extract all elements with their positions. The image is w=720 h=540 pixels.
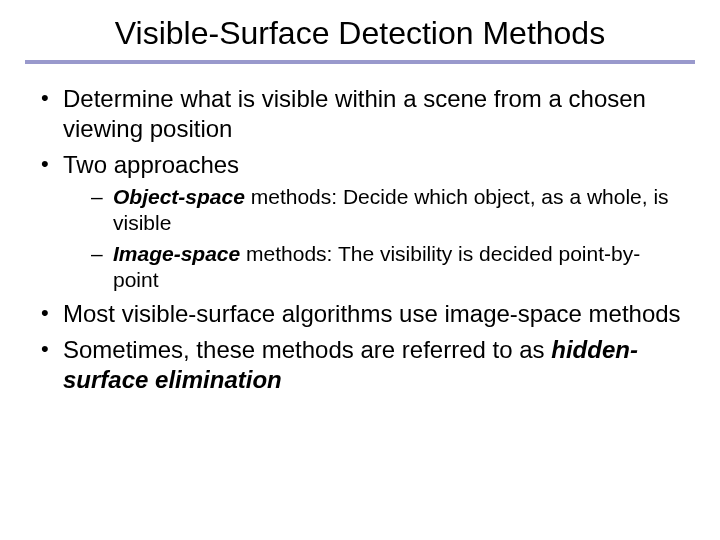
- bullet-item: Two approaches Object-space methods: Dec…: [35, 150, 685, 293]
- bullet-text: Two approaches: [63, 151, 239, 178]
- bullet-item: Determine what is visible within a scene…: [35, 84, 685, 144]
- slide-title: Visible-Surface Detection Methods: [25, 15, 695, 52]
- title-underline: [25, 60, 695, 64]
- bullet-item: Most visible-surface algorithms use imag…: [35, 299, 685, 329]
- term-bold: Object-space: [113, 185, 245, 208]
- bullet-list: Determine what is visible within a scene…: [35, 84, 685, 395]
- slide-content: Determine what is visible within a scene…: [25, 84, 695, 395]
- dash-list: Object-space methods: Decide which objec…: [63, 184, 685, 293]
- bullet-text: Sometimes, these methods are referred to…: [63, 336, 551, 363]
- dash-item: Image-space methods: The visibility is d…: [63, 241, 685, 294]
- term-bold: Image-space: [113, 242, 240, 265]
- bullet-item: Sometimes, these methods are referred to…: [35, 335, 685, 395]
- dash-item: Object-space methods: Decide which objec…: [63, 184, 685, 237]
